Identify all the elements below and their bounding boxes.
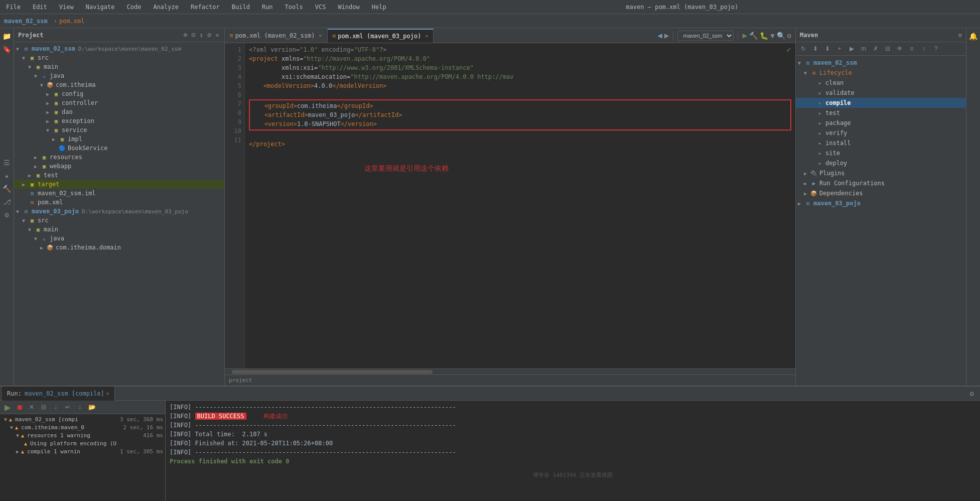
maven-lifecycle-btn[interactable]: m xyxy=(858,43,869,54)
maven-item-install[interactable]: ▶ ▸ install xyxy=(796,138,966,148)
run-btn[interactable]: ▶ xyxy=(742,31,747,40)
scrollbar-thumb[interactable] xyxy=(232,370,433,374)
maven-refresh-btn[interactable]: ↻ xyxy=(798,43,809,54)
sidebar-icon-git[interactable]: ⎇ xyxy=(1,196,13,208)
tree-item-main2[interactable]: ▼ ▣ main xyxy=(14,225,224,234)
sidebar-icon-favorites[interactable]: ★ xyxy=(1,170,13,182)
tab-close[interactable]: ✕ xyxy=(319,33,322,38)
maven-item-test[interactable]: ▶ ▸ test xyxy=(796,108,966,118)
maven-item-lifecycle[interactable]: ▼ ⚙ Lifecycle xyxy=(796,68,966,78)
maven-item-dependencies[interactable]: ▶ 📦 Dependencies xyxy=(796,188,966,198)
panel-icon-settings[interactable]: ⚙ xyxy=(206,30,212,40)
tree-item-java2[interactable]: ▼ ☕ java xyxy=(14,234,224,243)
menu-refactor[interactable]: Refactor xyxy=(189,3,222,12)
tree-item-pom[interactable]: ▶ m pom.xml xyxy=(14,198,224,207)
right-sidebar-icon-1[interactable]: 🔔 xyxy=(967,30,979,42)
maven-expand-btn[interactable]: ↕ xyxy=(918,43,929,54)
tree-item-com-itheima[interactable]: ▼ 📦 com.itheima xyxy=(14,80,224,89)
run-filter-btn[interactable]: ⊟ xyxy=(38,402,49,413)
menu-help[interactable]: Help xyxy=(370,3,388,12)
sidebar-icon-terminal[interactable]: ⚙ xyxy=(1,209,13,221)
code-editor[interactable]: 1 2 3 4 5 6 7 8 9 10 11 <?xml version="1… xyxy=(225,43,795,368)
menu-vcs[interactable]: VCS xyxy=(313,3,328,12)
tree-item-java[interactable]: ▼ ☕ java xyxy=(14,71,224,80)
run-tab-close[interactable]: ✕ xyxy=(106,391,109,396)
settings-btn[interactable]: ⚙ xyxy=(787,32,791,40)
tree-item-main[interactable]: ▼ ▣ main xyxy=(14,62,224,71)
search-btn[interactable]: 🔍 xyxy=(777,32,785,40)
maven-item-validate[interactable]: ▶ ▸ validate xyxy=(796,88,966,98)
tree-item-webapp[interactable]: ▶ ▣ webapp xyxy=(14,162,224,171)
tree-item-dao[interactable]: ▶ ▣ dao xyxy=(14,107,224,116)
project-selector[interactable]: maven_02_ssm xyxy=(677,31,734,41)
run-tree-platform[interactable]: ▲ Using platform encoding (U xyxy=(0,439,165,447)
run-sort-btn[interactable]: ↕ xyxy=(74,402,85,413)
sidebar-icon-structure[interactable]: ☰ xyxy=(1,157,13,169)
tab-run[interactable]: Run: maven_02_ssm [compile] ✕ xyxy=(2,387,115,401)
run-again-btn[interactable]: ▶ xyxy=(2,402,13,413)
menu-run[interactable]: Run xyxy=(260,3,275,12)
maven-download-sources-btn[interactable]: ⬇ xyxy=(822,43,833,54)
sidebar-icon-build[interactable]: 🔨 xyxy=(1,183,13,195)
maven-item-site[interactable]: ▶ ▸ site xyxy=(796,148,966,158)
menu-analyze[interactable]: Analyze xyxy=(151,3,181,12)
menu-view[interactable]: View xyxy=(57,3,76,12)
tab-pom-maven-02[interactable]: m pom.xml (maven_02_ssm) ✕ xyxy=(225,29,328,43)
tree-item-com-itheima-domain[interactable]: ▶ 📦 com.itheima.domain xyxy=(14,243,224,252)
panel-icon-close[interactable]: ✕ xyxy=(214,30,220,40)
maven-item-verify[interactable]: ▶ ▸ verify xyxy=(796,128,966,138)
horizontal-scrollbar[interactable] xyxy=(225,368,795,374)
menu-bar[interactable]: File Edit View Navigate Code Analyze Ref… xyxy=(4,3,388,12)
maven-item-02-ssm[interactable]: ▼ m maven_02_ssm xyxy=(796,58,966,68)
tree-item-target[interactable]: ▶ ▣ target xyxy=(14,180,224,189)
run-open-btn[interactable]: 📂 xyxy=(86,402,97,413)
tab-pom-maven-03[interactable]: m pom.xml (maven_03_pojo) ✕ xyxy=(328,29,434,43)
tree-item-maven-03-pojo[interactable]: ▼ m maven_03_pojo D:\workspace\maven\mav… xyxy=(14,207,224,216)
run-tree-itheima[interactable]: ▼ ▲ com.itheima:maven_0 2 sec, 16 ms xyxy=(0,423,165,431)
maven-item-package[interactable]: ▶ ▸ package xyxy=(796,118,966,128)
tree-item-resources[interactable]: ▶ ▣ resources xyxy=(14,153,224,162)
run-tree-root[interactable]: ▼ ▲ maven_02_ssm [compi 3 sec, 368 ms xyxy=(0,415,165,423)
panel-icon-locate[interactable]: ⊕ xyxy=(183,30,189,40)
run-wrap-btn[interactable]: ↵ xyxy=(62,402,73,413)
maven-download-btn[interactable]: ⬇ xyxy=(810,43,821,54)
debug-btn[interactable]: 🐛 xyxy=(760,32,768,40)
build-btn[interactable]: 🔨 xyxy=(749,32,758,40)
sidebar-icon-1[interactable]: 📁 xyxy=(1,30,13,42)
run-tree-resources[interactable]: ▼ ▲ resources 1 warning 416 ms xyxy=(0,431,165,439)
maven-collapse-btn[interactable]: ⊟ xyxy=(882,43,893,54)
maven-skip-tests-btn[interactable]: ✗ xyxy=(870,43,881,54)
tree-item-src2[interactable]: ▼ ▣ src xyxy=(14,216,224,225)
tree-item-maven-02-ssm[interactable]: ▼ m maven_02_ssm D:\workspace\maven\mave… xyxy=(14,44,224,53)
menu-file[interactable]: File xyxy=(4,3,23,12)
menu-window[interactable]: Window xyxy=(336,3,361,12)
maven-settings-icon[interactable]: ⚙ xyxy=(958,32,962,39)
panel-icon-sort[interactable]: ↕ xyxy=(199,30,205,40)
maven-more-btn[interactable]: ≡ xyxy=(906,43,917,54)
bottom-settings-icon[interactable]: ⚙ xyxy=(966,390,978,398)
run-scroll-btn[interactable]: ↓ xyxy=(50,402,61,413)
maven-add-btn[interactable]: + xyxy=(834,43,845,54)
panel-icon-collapse[interactable]: ⊟ xyxy=(191,30,197,40)
tree-item-service[interactable]: ▼ ▣ service xyxy=(14,126,224,135)
menu-navigate[interactable]: Navigate xyxy=(84,3,117,12)
tree-item-test[interactable]: ▶ ▣ test xyxy=(14,171,224,180)
maven-run-btn[interactable]: ▶ xyxy=(846,43,857,54)
run-close-btn[interactable]: ✕ xyxy=(26,402,37,413)
tree-item-src[interactable]: ▼ ▣ src xyxy=(14,53,224,62)
tree-item-config[interactable]: ▶ ▣ config xyxy=(14,89,224,98)
maven-item-deploy[interactable]: ▶ ▸ deploy xyxy=(796,158,966,168)
tree-item-impl[interactable]: ▶ ▣ impl xyxy=(14,135,224,144)
tree-item-exception[interactable]: ▶ ▣ exception xyxy=(14,116,224,126)
toolbar-back[interactable]: ◀ xyxy=(657,31,662,40)
menu-edit[interactable]: Edit xyxy=(31,3,49,12)
run-stop-btn[interactable]: ⏹ xyxy=(14,402,25,413)
menu-tools[interactable]: Tools xyxy=(283,3,305,12)
maven-item-compile[interactable]: ▶ ▸ compile xyxy=(796,98,966,108)
maven-show-ignored-btn[interactable]: 👁 xyxy=(894,43,905,54)
maven-item-plugins[interactable]: ▶ 🔌 Plugins xyxy=(796,168,966,178)
maven-help-btn[interactable]: ? xyxy=(930,43,941,54)
sidebar-icon-2[interactable]: 🔖 xyxy=(1,43,13,55)
tree-item-controller[interactable]: ▶ ▣ controller xyxy=(14,98,224,107)
maven-item-runconfigs[interactable]: ▶ ▶ Run Configurations xyxy=(796,178,966,188)
